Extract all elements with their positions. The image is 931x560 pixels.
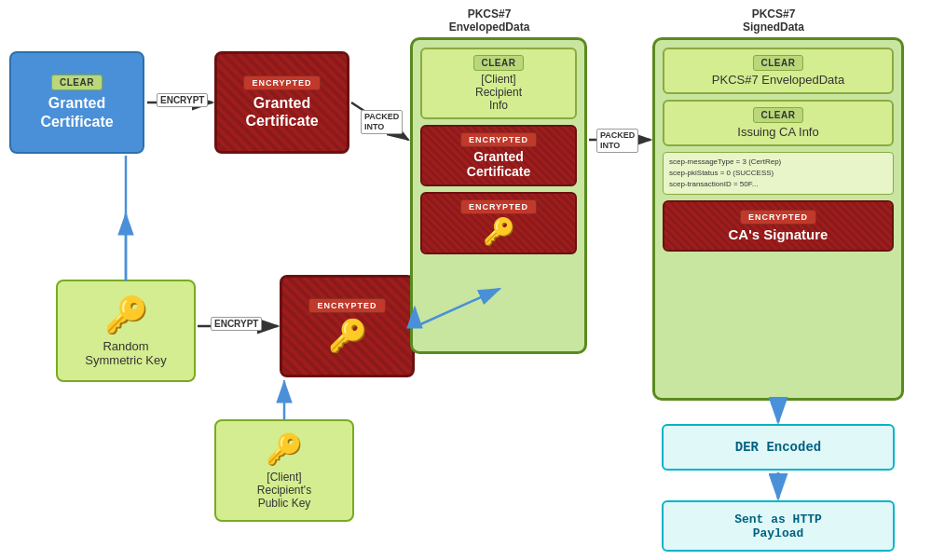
granted-cert-clear-box: CLEAR Granted Certificate <box>9 51 144 154</box>
clear-badge-ca: CLEAR <box>753 107 804 123</box>
pkcs7-signed-header: PKCS#7 SignedData <box>718 7 829 34</box>
packed-1b: INTO <box>364 122 384 131</box>
scep-line3: scep-transactionID = 50F... <box>669 179 887 190</box>
sent-http-box: Sent as HTTP Payload <box>662 500 895 552</box>
encrypted-badge-k: ENCRYPTED <box>460 199 537 214</box>
http-label: Sent as HTTP Payload <box>734 512 822 540</box>
clear-badge-ed: CLEAR <box>753 55 804 71</box>
der-encoded-box: DER Encoded <box>662 424 895 471</box>
granted-cert-inner-box: ENCRYPTED Granted Certificate <box>420 125 577 186</box>
enveloped-data-inner-box: CLEAR PKCS#7 EnvelopedData <box>663 48 894 94</box>
ri-label3: Info <box>489 99 508 112</box>
packed-into-label-2: PACKED INTO <box>596 129 638 153</box>
sym-key-label2: Symmetric Key <box>85 353 166 367</box>
diagram: PKCS#7 EnvelopedData PKCS#7 SignedData C… <box>0 0 931 560</box>
ca-label: Issuing CA Info <box>737 125 818 139</box>
encrypt-label-2: ENCRYPT <box>211 317 262 331</box>
client-public-key-box: 🔑 [Client] Recipient's Public Key <box>214 419 354 522</box>
ca-sig-label: CA's Signature <box>729 226 828 242</box>
random-sym-key-box: 🔑 Random Symmetric Key <box>56 280 196 382</box>
granted-cert-title1: Granted <box>48 95 105 111</box>
gold-key-icon: 🔑 <box>104 294 148 335</box>
client-key-label2: Recipient's <box>257 484 311 497</box>
packed-2a: PACKED <box>600 130 635 140</box>
clear-badge-ri: CLEAR <box>473 55 525 71</box>
key-icon-inner: 🔑 <box>483 216 515 247</box>
pkcs7-enveloped-header: PKCS#7 EnvelopedData <box>433 7 545 34</box>
encrypted-badge-1: ENCRYPTED <box>243 75 320 90</box>
clear-badge-1: CLEAR <box>51 75 103 90</box>
enveloped-data-container: CLEAR [Client] Recipient Info ENCRYPTED … <box>410 37 587 354</box>
client-key-label3: Public Key <box>258 497 311 510</box>
signed-data-container: CLEAR PKCS#7 EnvelopedData CLEAR Issuing… <box>652 37 904 401</box>
blue-key-icon: 🔑 <box>266 431 303 467</box>
encrypted-sym-key-box: ENCRYPTED 🔑 <box>280 275 415 377</box>
gc-label1: Granted <box>473 149 524 164</box>
granted-cert-enc-title2: Certificate <box>245 113 318 129</box>
packed-2b: INTO <box>600 141 620 150</box>
scep-attrs-box: scep-messageType = 3 (CertRep) scep-pkiS… <box>663 152 894 195</box>
granted-cert-encrypted-box: ENCRYPTED Granted Certificate <box>214 51 349 154</box>
gc-label2: Certificate <box>467 164 530 179</box>
encrypt-label-1: ENCRYPT <box>157 93 208 107</box>
issuing-ca-box: CLEAR Issuing CA Info <box>663 100 894 146</box>
encrypted-badge-sig: ENCRYPTED <box>740 210 816 225</box>
granted-cert-enc-title1: Granted <box>253 95 310 111</box>
key-icon-encrypted: 🔑 <box>328 317 367 354</box>
encrypted-badge-gc: ENCRYPTED <box>460 132 537 147</box>
ed-label: PKCS#7 EnvelopedData <box>712 73 844 87</box>
scep-line2: scep-pkiStatus = 0 (SUCCESS) <box>669 168 887 179</box>
recipient-info-box: CLEAR [Client] Recipient Info <box>420 48 577 119</box>
packed-into-label-1: PACKED INTO <box>361 110 403 134</box>
encrypted-badge-2: ENCRYPTED <box>308 298 385 313</box>
client-key-label1: [Client] <box>267 471 301 484</box>
der-label: DER Encoded <box>735 440 821 455</box>
granted-cert-title2: Certificate <box>40 114 113 130</box>
packed-1a: PACKED <box>364 112 399 121</box>
ri-label1: [Client] <box>481 73 515 86</box>
scep-line1: scep-messageType = 3 (CertRep) <box>669 157 887 168</box>
encrypted-key-inner-box: ENCRYPTED 🔑 <box>420 192 577 254</box>
ri-label2: Recipient <box>475 86 522 99</box>
sym-key-label1: Random <box>103 339 148 353</box>
ca-signature-box: ENCRYPTED CA's Signature <box>663 200 894 252</box>
